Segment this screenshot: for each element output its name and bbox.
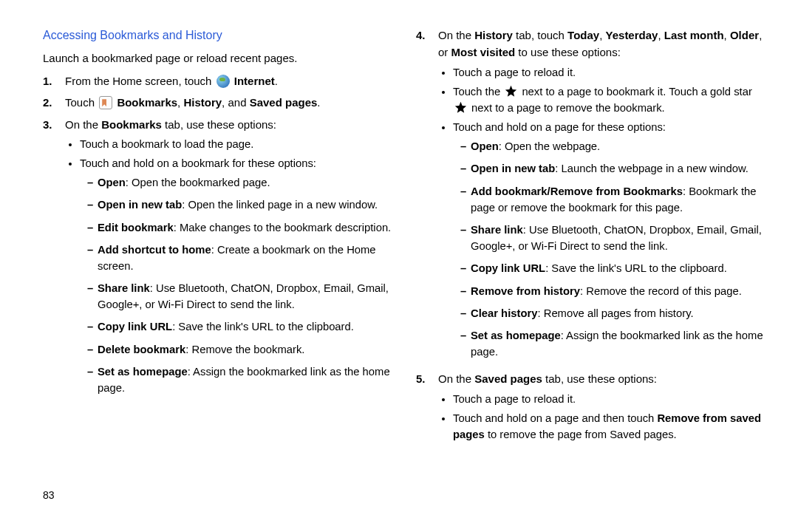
step-number: 5. [416,370,438,446]
bookmarks-icon [99,96,112,109]
option-label: Delete bookmark [98,344,185,355]
step-4: 4. On the History tab, touch Today, Yest… [416,27,768,366]
bullet-item: Touch the next to a page to bookmark it.… [453,83,768,116]
step-3: 3. On the Bookmarks tab, use these optio… [43,116,395,403]
option-open-new-tab: Open in new tab: Launch the webpage in a… [460,160,768,177]
page-columns: Accessing Bookmarks and History Launch a… [43,27,768,450]
step-number: 4. [416,27,438,366]
page-number: 83 [43,489,55,501]
text: tab, use these options: [542,372,657,385]
text: to remove the page from Saved pages. [485,429,677,440]
option-desc: : Make changes to the bookmark descripti… [174,222,391,233]
option-label: Open [98,177,126,188]
option-open: Open: Open the webpage. [460,138,768,154]
filter: Most visited [451,46,516,58]
text: . [317,96,320,109]
text: Touch and hold on a page for these optio… [453,121,666,133]
bullet-item: Touch and hold on a bookmark for these o… [80,155,395,396]
tab-name: Saved pages [474,372,542,385]
step-body: From the Home screen, touch Internet. [65,72,395,89]
option-copy-link: Copy link URL: Save the link's URL to th… [460,260,768,276]
text: On the [438,372,474,385]
bullet-item: Touch a page to reload it. [453,64,768,81]
option-label: Edit bookmark [98,222,174,233]
saved-pages-label: Saved pages [250,96,318,109]
bullet-item: Touch a bookmark to load the page. [80,136,395,152]
text: tab, use these options: [162,118,276,131]
internet-icon [216,75,230,88]
tab-name: History [474,29,513,41]
text: On the [65,118,101,131]
option-label: Open in new tab [471,163,555,174]
section-heading: Accessing Bookmarks and History [43,27,395,45]
option-desc: : Open the linked page in a new window. [182,199,378,211]
step-body: On the Bookmarks tab, use these options:… [65,116,395,403]
step-body: Touch Bookmarks, History, and Saved page… [65,94,395,111]
option-label: Share link [98,282,150,294]
right-column: 4. On the History tab, touch Today, Yest… [416,27,768,450]
option-remove-history: Remove from history: Remove the record o… [460,283,768,299]
intro-text: Launch a bookmarked page or reload recen… [43,50,395,66]
step-2: 2. Touch Bookmarks, History, and Saved p… [43,94,395,111]
option-label: Clear history [471,307,537,319]
filter: Last month [664,29,724,41]
option-open: Open: Open the bookmarked page. [87,174,395,191]
internet-label: Internet [234,75,275,87]
option-edit-bookmark: Edit bookmark: Make changes to the bookm… [87,219,395,236]
option-homepage: Set as homepage: Assign the bookmarked l… [87,364,395,396]
option-label: Open in new tab [98,199,182,211]
step-number: 1. [43,72,65,89]
bullet-item: Touch and hold on a page for these optio… [453,119,768,360]
option-label: Remove from history [471,285,580,297]
option-clear-history: Clear history: Remove all pages from his… [460,305,768,321]
option-desc: : Save the link's URL to the clipboard. [545,262,727,274]
filter: Older [730,29,759,41]
option-homepage: Set as homepage: Assign the bookmarked l… [460,327,768,360]
text: Touch the [453,86,503,98]
text: next to a page to remove the bookmark. [468,102,665,114]
text: Touch [65,96,98,109]
text: to use these options: [515,46,621,58]
option-desc: : Launch the webpage in a new window. [555,163,748,174]
star-blue-icon [505,85,517,98]
option-desc: : Remove all pages from history. [537,307,693,319]
option-label: Copy link URL [98,321,172,332]
step-number: 2. [43,94,65,111]
option-add-remove-bookmark: Add bookmark/Remove from Bookmarks: Book… [460,183,768,216]
text: , and [222,96,250,109]
option-label: Copy link URL [471,262,545,274]
text: Touch and hold on a page and then touch [453,412,657,424]
bullet-item: Touch and hold on a page and then touch … [453,410,768,443]
step-1: 1. From the Home screen, touch Internet. [43,72,395,89]
option-label: Set as homepage [98,366,188,378]
text: On the [438,29,474,41]
text: . [275,75,278,87]
bookmarks-label: Bookmarks [117,96,177,109]
option-share-link: Share link: Use Bluetooth, ChatON, Dropb… [87,280,395,313]
option-label: Share link [471,224,523,236]
option-desc: : Open the bookmarked page. [126,177,270,188]
text: tab, touch [513,29,567,41]
text: , [658,29,664,41]
step-number: 3. [43,116,65,403]
option-delete-bookmark: Delete bookmark: Remove the bookmark. [87,341,395,358]
option-desc: : Remove the record of this page. [580,285,742,297]
option-share-link: Share link: Use Bluetooth, ChatON, Dropb… [460,222,768,254]
tab-name: Bookmarks [101,118,162,131]
option-copy-link: Copy link URL: Save the link's URL to th… [87,318,395,335]
filter: Yesterday [606,29,658,41]
text: From the Home screen, touch [65,75,215,87]
option-open-new-tab: Open in new tab: Open the linked page in… [87,197,395,213]
history-label: History [183,96,222,109]
text: , [599,29,605,41]
text: Touch and hold on a bookmark for these o… [80,157,316,169]
left-column: Accessing Bookmarks and History Launch a… [43,27,395,450]
option-label: Open [471,140,499,152]
star-gold-icon [454,101,467,114]
text: , [724,29,730,41]
option-desc: : Open the webpage. [499,140,600,152]
text: next to a page to bookmark it. Touch a g… [519,86,752,98]
option-label: Add bookmark/Remove from Bookmarks [471,185,683,197]
option-add-shortcut: Add shortcut to home: Create a bookmark … [87,242,395,274]
step-body: On the History tab, touch Today, Yesterd… [438,27,768,366]
